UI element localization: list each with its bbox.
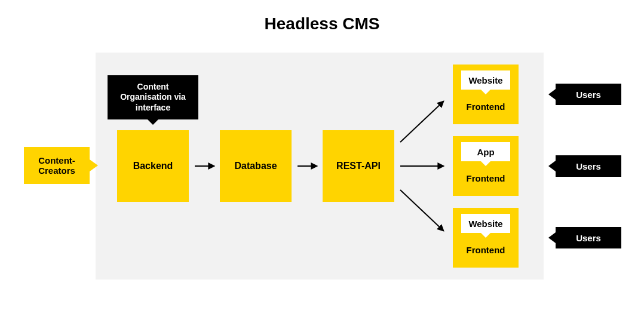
tag-notch-icon: [481, 90, 490, 94]
frontend-tag: Website: [461, 70, 510, 90]
box-users-top: Users: [556, 84, 621, 105]
box-rest-api: REST-API: [323, 130, 394, 202]
box-backend: Backend: [117, 130, 189, 202]
users-label: Users: [576, 233, 601, 243]
box-rest-api-label: REST-API: [336, 161, 381, 171]
arrow-left-icon: [548, 161, 556, 171]
users-label: Users: [576, 161, 601, 171]
frontend-tag: App: [461, 142, 510, 161]
box-database-label: Database: [234, 161, 277, 171]
box-content-creators-label: Content- Creators: [38, 155, 75, 176]
tooltip-notch-icon: [148, 119, 158, 125]
frontend-label: Frontend: [453, 173, 519, 183]
tooltip-content-organisation: Content Organisation via interface: [108, 75, 198, 119]
frontend-label: Frontend: [453, 245, 519, 255]
box-frontend-website-bottom: Website Frontend: [453, 208, 519, 268]
box-frontend-website-top: Website Frontend: [453, 65, 519, 124]
tooltip-label: Content Organisation via interface: [114, 82, 192, 113]
box-content-creators: Content- Creators: [24, 147, 90, 184]
tag-notch-icon: [481, 233, 490, 238]
users-label: Users: [576, 90, 601, 100]
arrow-left-icon: [548, 89, 556, 100]
box-backend-label: Backend: [133, 161, 173, 171]
arrow-icon: [90, 159, 98, 171]
box-database: Database: [220, 130, 292, 202]
frontend-tag: Website: [461, 214, 510, 233]
box-users-middle: Users: [556, 155, 621, 177]
tag-notch-icon: [481, 161, 490, 166]
frontend-label: Frontend: [453, 102, 519, 112]
arrow-left-icon: [548, 232, 556, 243]
page-title: Headless CMS: [0, 14, 644, 33]
box-users-bottom: Users: [556, 227, 621, 248]
box-frontend-app: App Frontend: [453, 136, 519, 196]
